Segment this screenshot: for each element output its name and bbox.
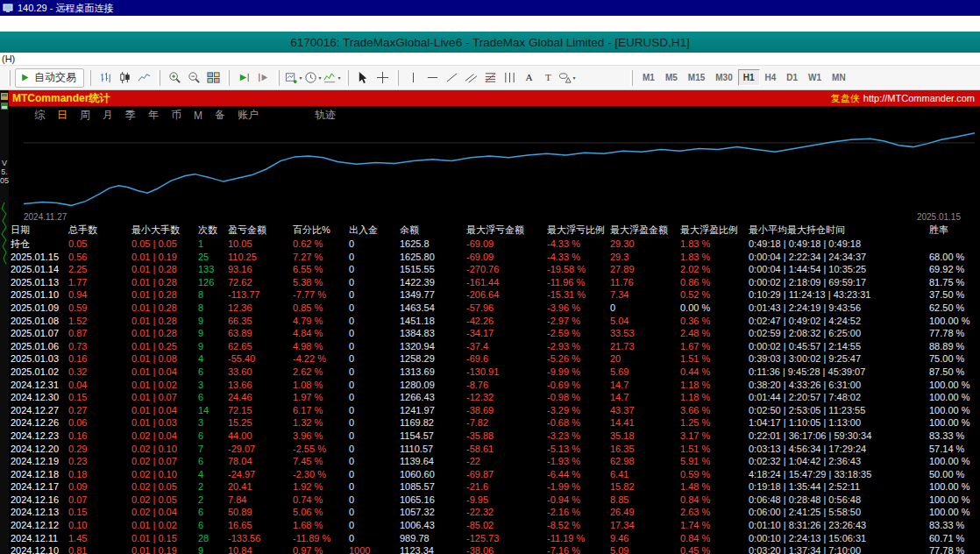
bar-chart-icon[interactable] (96, 68, 115, 88)
table-row[interactable]: 持仓0.050.05 | 0.05110.050.62 %01625.8-69.… (9, 238, 980, 251)
stats-tab-备[interactable]: 备 (209, 108, 231, 123)
timeframe-button-mn[interactable]: MN (827, 69, 851, 86)
candlestick-chart-icon[interactable] (115, 68, 134, 88)
stats-tab-轨迹[interactable]: 轨迹 (309, 108, 342, 123)
table-row[interactable]: 2025.01.070.870.01 | 0.28963.894.84 %013… (9, 327, 980, 340)
column-header[interactable]: 百分比% (291, 223, 347, 238)
text-icon[interactable]: A (519, 68, 538, 88)
horizontal-line-icon[interactable] (423, 68, 442, 88)
menu-item-help[interactable]: (H) (2, 53, 15, 64)
table-row[interactable]: 2024.12.300.150.01 | 0.07624.461.97 %012… (9, 391, 980, 404)
equidistant-channel-icon[interactable] (461, 68, 480, 88)
fibonacci-icon[interactable] (480, 68, 500, 88)
timeframe-button-h1[interactable]: H1 (738, 69, 760, 86)
zoom-out-icon[interactable] (184, 68, 203, 88)
panel-header-bar: MTCommander统计 复盘侠http://MTCommander.com (9, 90, 980, 106)
dock-icon-top[interactable] (1, 93, 8, 100)
column-header[interactable]: 最大浮盈金额 (608, 223, 678, 238)
chart-shift-icon[interactable] (253, 68, 273, 88)
indicators-icon[interactable]: ▾ (323, 68, 342, 88)
mini-sparkline (1, 202, 8, 264)
table-cell: -37.4 (465, 340, 545, 353)
column-header[interactable]: 最大浮盈比例 (678, 223, 747, 238)
column-header[interactable]: 最小大手数 (130, 223, 196, 238)
stats-tab-综[interactable]: 综 (28, 108, 51, 123)
shapes-icon[interactable]: ▾ (557, 68, 577, 88)
table-cell: 1.77 (67, 276, 130, 289)
periods-icon[interactable]: ▾ (303, 68, 323, 88)
column-header[interactable]: 出入金 (347, 223, 398, 238)
column-header[interactable]: 余额 (398, 223, 465, 238)
table-row[interactable]: 2025.01.100.940.01 | 0.288-113.77-7.77 %… (9, 288, 980, 302)
timeframe-button-m30[interactable]: M30 (710, 69, 737, 86)
table-row[interactable]: 2025.01.142.250.01 | 0.2813393.166.55 %0… (9, 263, 980, 276)
zoom-in-icon[interactable] (165, 68, 184, 88)
brand-url-link[interactable]: http://MTCommander.com (863, 93, 975, 103)
column-header[interactable]: 次数 (196, 223, 226, 238)
table-cell: 0.86 % (678, 276, 747, 289)
cycle-lines-icon[interactable] (500, 68, 519, 88)
table-cell: 0.01 | 0.28 (130, 288, 196, 302)
table-row[interactable]: 2025.01.150.560.01 | 0.1925110.257.27 %0… (9, 251, 980, 264)
timeframe-button-m1[interactable]: M1 (637, 69, 660, 86)
column-header[interactable]: 最大浮亏金额 (465, 223, 545, 238)
timeframe-button-d1[interactable]: D1 (781, 69, 803, 86)
table-row[interactable]: 2024.12.190.230.02 | 0.07678.047.45 %011… (9, 455, 980, 468)
trendline-icon[interactable] (442, 68, 461, 88)
table-row[interactable]: 2024.12.260.060.01 | 0.03315.251.32 %011… (9, 416, 980, 430)
table-row[interactable]: 2025.01.131.770.01 | 0.2812672.625.38 %0… (9, 276, 980, 289)
dock-icon-second[interactable] (1, 103, 8, 110)
remote-desktop-icon (3, 3, 13, 13)
stats-tab-季[interactable]: 季 (119, 108, 142, 123)
table-row[interactable]: 2024.12.310.040.01 | 0.02313.661.08 %012… (9, 379, 980, 392)
column-header[interactable]: 日期 (9, 223, 67, 238)
line-chart-icon[interactable] (134, 68, 153, 88)
column-header[interactable]: 总手数 (67, 223, 130, 238)
table-cell: 0.01 | 0.03 (130, 416, 196, 430)
table-row[interactable]: 2024.12.100.810.01 | 0.19910.840.97 %100… (9, 544, 980, 554)
table-cell: 5.06 % (291, 506, 347, 519)
table-row[interactable]: 2025.01.090.590.01 | 0.28812.360.85 %014… (9, 302, 980, 315)
stats-tab-月[interactable]: 月 (96, 108, 119, 123)
autotrade-button[interactable]: 自动交易 (15, 68, 84, 88)
table-row[interactable]: 2024.12.270.270.01 | 0.041472.156.17 %01… (9, 404, 980, 417)
table-row[interactable]: 2024.12.230.160.02 | 0.04644.003.96 %011… (9, 430, 980, 443)
stats-tab-年[interactable]: 年 (142, 108, 165, 123)
table-cell: 2.48 % (678, 327, 747, 340)
table-cell: 68.00 % (927, 251, 980, 264)
timeframe-button-w1[interactable]: W1 (803, 69, 827, 86)
vertical-line-icon[interactable] (403, 68, 423, 88)
table-row[interactable]: 2024.12.120.100.01 | 0.02616.651.68 %010… (9, 519, 980, 532)
column-header[interactable]: 最小平均最大持仓时间 (747, 223, 927, 238)
table-row[interactable]: 2024.12.170.090.02 | 0.05220.411.92 %010… (9, 480, 980, 494)
table-row[interactable]: 2024.12.160.070.02 | 0.0527.840.74 %0106… (9, 494, 980, 507)
tile-windows-icon[interactable] (203, 68, 223, 88)
new-chart-icon[interactable]: ▾ (284, 68, 303, 88)
table-row[interactable]: 2024.12.200.290.02 | 0.107-29.07-2.55 %0… (9, 443, 980, 456)
stats-tab-周[interactable]: 周 (74, 108, 96, 123)
table-row[interactable]: 2025.01.060.730.01 | 0.25962.654.98 %013… (9, 340, 980, 353)
stats-tab-账户[interactable]: 账户 (231, 108, 265, 123)
table-cell: 2 (196, 480, 226, 494)
table-cell: 25 (196, 251, 226, 264)
stats-tab-币[interactable]: 币 (165, 108, 188, 123)
table-cell: 12.36 (226, 302, 291, 315)
timeframe-button-m5[interactable]: M5 (660, 69, 683, 86)
column-header[interactable]: 盈亏金额 (226, 223, 291, 238)
column-header[interactable]: 胜率 (927, 223, 980, 238)
timeframe-button-h4[interactable]: H4 (760, 69, 782, 86)
stats-tab-M[interactable]: M (188, 110, 209, 122)
crosshair-icon[interactable] (373, 68, 392, 88)
table-row[interactable]: 2025.01.020.320.01 | 0.04633.602.62 %013… (9, 366, 980, 379)
table-row[interactable]: 2024.12.180.180.02 | 0.104-24.97-2.30 %0… (9, 468, 980, 481)
column-header[interactable]: 最大浮亏比例 (545, 223, 608, 238)
table-row[interactable]: 2024.12.111.450.01 | 0.1528-133.56-11.89… (9, 532, 980, 545)
auto-scroll-icon[interactable] (234, 68, 253, 88)
table-row[interactable]: 2025.01.081.520.01 | 0.28966.354.79 %014… (9, 315, 980, 328)
table-row[interactable]: 2024.12.130.150.02 | 0.04650.895.06 %010… (9, 506, 980, 519)
timeframe-button-m15[interactable]: M15 (683, 69, 710, 86)
text-label-icon[interactable]: T (538, 68, 557, 88)
cursor-icon[interactable] (353, 68, 373, 88)
stats-tab-日[interactable]: 日 (51, 108, 74, 123)
table-row[interactable]: 2025.01.030.160.01 | 0.084-55.40-4.22 %0… (9, 352, 980, 366)
